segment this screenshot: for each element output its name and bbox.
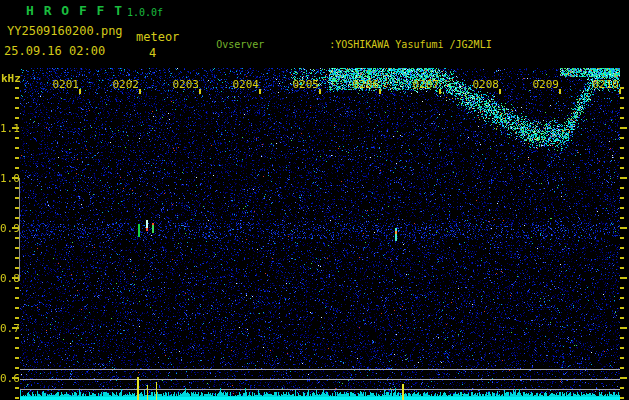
freq-tick-minor-right [620,217,624,219]
freq-tick-minor-right [620,207,624,209]
freq-tick-minor-right [620,267,624,269]
freq-tick-minor-right [620,237,624,239]
freq-tick-major-right [620,377,627,379]
freq-tick-minor-left [15,97,19,99]
output-filename: YY2509160200.png [7,24,123,38]
freq-tick-minor-right [620,107,624,109]
freq-tick-major-left [12,127,19,129]
spectrogram-canvas [20,68,620,400]
freq-tick-minor-left [15,107,19,109]
freq-tick-minor-right [620,157,624,159]
freq-tick-minor-right [620,297,624,299]
freq-tick-minor-left [15,167,19,169]
freq-tick-minor-left [15,367,19,369]
freq-tick-minor-left [15,157,19,159]
freq-label: 0.7 [0,322,14,335]
khz-axis-unit-label: kHz [1,72,21,85]
freq-tick-minor-left [15,87,19,89]
freq-tick-minor-left [15,317,19,319]
freq-tick-major-left [12,377,19,379]
freq-tick-minor-right [620,247,624,249]
app-version: 1.0.0f [127,7,163,18]
freq-tick-major-right [620,327,627,329]
freq-label: 0.8 [0,272,14,285]
freq-tick-minor-right [620,257,624,259]
freq-tick-minor-right [620,307,624,309]
freq-tick-major-left [12,327,19,329]
meteor-count: 4 [149,46,156,60]
info-value: :YOSHIKAWA Yasufumi /JG2MLI [329,39,492,50]
freq-label: 1.0 [0,172,14,185]
freq-tick-minor-left [15,307,19,309]
freq-tick-minor-right [620,367,624,369]
freq-tick-minor-left [15,337,19,339]
freq-tick-minor-right [620,357,624,359]
app-title: H R O F F T [26,3,123,18]
freq-tick-minor-left [15,357,19,359]
freq-tick-major-left [12,227,19,229]
freq-tick-major-left [12,277,19,279]
freq-tick-minor-right [620,87,624,89]
freq-tick-minor-right [620,397,624,399]
freq-tick-minor-right [620,147,624,149]
freq-tick-minor-left [15,287,19,289]
freq-tick-major-left [12,177,19,179]
freq-tick-minor-left [15,397,19,399]
freq-tick-minor-right [620,187,624,189]
record-datetime: 25.09.16 02:00 [4,44,105,58]
plot-left-border [19,178,20,281]
freq-tick-minor-right [620,287,624,289]
freq-tick-minor-left [15,297,19,299]
freq-tick-minor-right [620,117,624,119]
freq-tick-minor-left [15,347,19,349]
freq-tick-minor-left [15,147,19,149]
freq-tick-major-right [620,177,627,179]
freq-tick-minor-left [15,117,19,119]
freq-tick-minor-right [620,387,624,389]
freq-label: 1.1 [0,122,14,135]
freq-tick-major-right [620,227,627,229]
freq-label: 0.6 [0,372,14,385]
freq-tick-minor-right [620,317,624,319]
info-label: Ovserver [216,39,329,50]
freq-tick-minor-right [620,167,624,169]
freq-tick-minor-right [620,97,624,99]
freq-tick-minor-left [15,387,19,389]
info-row-observer: Ovserver:YOSHIKAWA Yasufumi /JG2MLI [180,28,612,61]
freq-tick-major-right [620,277,627,279]
freq-tick-minor-right [620,337,624,339]
freq-tick-minor-left [15,137,19,139]
freq-label: 0.9 [0,222,14,235]
freq-tick-minor-right [620,347,624,349]
hrofft-screen: H R O F F T 1.0.0f YY2509160200.png mete… [0,0,629,400]
mode-label: meteor [136,30,179,44]
freq-tick-minor-right [620,137,624,139]
freq-tick-minor-right [620,197,624,199]
freq-tick-major-right [620,127,627,129]
